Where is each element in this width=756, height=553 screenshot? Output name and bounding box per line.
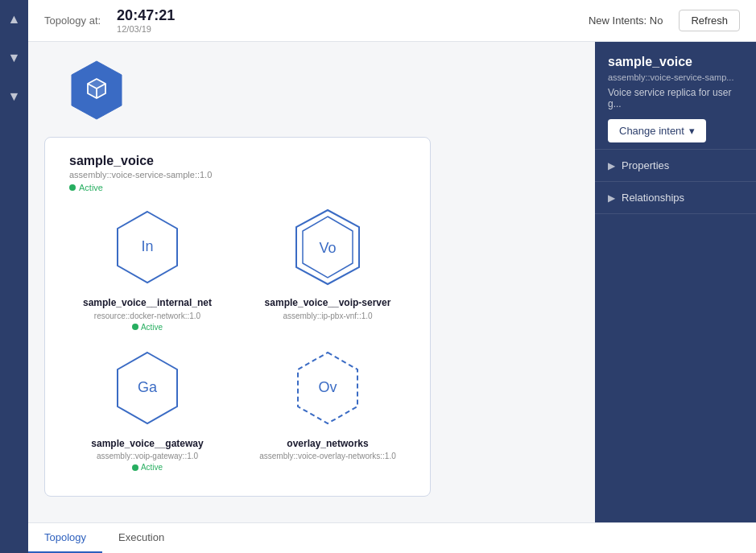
child-hexagon-2: Ga	[111, 348, 184, 428]
children-grid: In sample_voice__internal_net resource::…	[69, 207, 406, 472]
child-type-2: assembly::voip-gateway::1.0	[97, 452, 198, 460]
right-panel: sample_voice assembly::voice-service-sam…	[595, 42, 756, 522]
topology-label: Topology at:	[44, 14, 101, 27]
child-hexagon-3: Ov	[291, 348, 364, 428]
new-intents-label: New Intents: No	[589, 14, 663, 27]
child-name-1: sample_voice__voip-server	[265, 297, 391, 310]
bottom-tabs: Topology Execution	[28, 522, 756, 553]
left-sidebar: ▲ ▼ ▼	[0, 0, 28, 553]
child-name-2: sample_voice__gateway	[91, 438, 203, 451]
child-hex-1: Vo	[291, 207, 364, 291]
change-intent-button[interactable]: Change intent ▾	[608, 119, 706, 142]
svg-text:Ga: Ga	[138, 379, 158, 395]
tab-execution[interactable]: Execution	[102, 523, 180, 553]
main-node-hex-container	[68, 58, 125, 122]
change-intent-chevron: ▾	[689, 125, 695, 137]
child-name-3: overlay_networks	[287, 438, 368, 451]
relationships-section[interactable]: ▶ Relationships	[595, 182, 756, 214]
svg-text:Ov: Ov	[318, 379, 337, 395]
child-hexagon-0: In	[111, 207, 184, 287]
rp-subtitle: assembly::voice-service-samp...	[608, 72, 743, 82]
sidebar-down-icon-1[interactable]: ▼	[3, 47, 26, 69]
assembly-card: sample_voice assembly::voice-service-sam…	[44, 137, 431, 497]
svg-text:Vo: Vo	[319, 240, 336, 256]
node-status: Active	[69, 183, 103, 192]
child-hexagon-1: Vo	[291, 207, 364, 287]
tab-topology[interactable]: Topology	[28, 523, 102, 553]
child-status-text-2: Active	[141, 463, 163, 472]
change-intent-label: Change intent	[619, 125, 684, 137]
topology-canvas: sample_voice assembly::voice-service-sam…	[28, 42, 595, 522]
child-hex-2: Ga	[111, 348, 184, 431]
child-type-0: resource::docker-network::1.0	[94, 312, 200, 320]
child-node-2[interactable]: Ga sample_voice__gateway assembly::voip-…	[69, 348, 225, 473]
topbar: Topology at: 20:47:21 12/03/19 New Inten…	[28, 0, 756, 42]
node-type: assembly::voice-service-sample::1.0	[69, 170, 406, 180]
child-hex-0: In	[111, 207, 184, 291]
properties-label: Properties	[622, 159, 669, 171]
child-hex-3: Ov	[291, 348, 364, 431]
child-type-3: assembly::voice-overlay-networks::1.0	[259, 452, 396, 460]
date-display: 12/03/19	[117, 24, 175, 34]
time-display: 20:47:21	[117, 7, 175, 25]
sidebar-down-icon-2[interactable]: ▼	[3, 85, 26, 108]
relationships-chevron-icon: ▶	[608, 192, 615, 204]
child-status-dot-0	[132, 324, 138, 330]
child-status-text-0: Active	[141, 323, 163, 332]
child-name-0: sample_voice__internal_net	[83, 297, 212, 310]
child-node-0[interactable]: In sample_voice__internal_net resource::…	[69, 207, 225, 332]
sidebar-up-icon[interactable]: ▲	[3, 8, 26, 31]
child-node-1[interactable]: Vo sample_voice__voip-server assembly::i…	[250, 207, 406, 332]
content-row: sample_voice assembly::voice-service-sam…	[28, 42, 756, 522]
node-status-text: Active	[79, 183, 103, 192]
rp-description: Voice service replica for user g...	[608, 87, 743, 109]
refresh-button[interactable]: Refresh	[679, 10, 740, 31]
properties-chevron-icon: ▶	[608, 160, 615, 171]
child-node-3[interactable]: Ov overlay_networks assembly::voice-over…	[250, 348, 406, 473]
tab-execution-label: Execution	[118, 531, 164, 543]
relationships-label: Relationships	[622, 192, 684, 204]
main-content: Topology at: 20:47:21 12/03/19 New Inten…	[28, 0, 756, 553]
svg-text:In: In	[141, 238, 153, 254]
node-header-info: sample_voice assembly::voice-service-sam…	[69, 154, 406, 194]
child-status-0: Active	[132, 323, 163, 332]
child-status-2: Active	[132, 463, 163, 472]
status-dot-main	[69, 184, 76, 191]
child-status-dot-2	[132, 464, 138, 471]
main-node-hexagon	[68, 58, 125, 122]
properties-section[interactable]: ▶ Properties	[595, 150, 756, 182]
tab-topology-label: Topology	[44, 531, 86, 543]
main-node-header	[44, 58, 579, 129]
topology-time: 20:47:21 12/03/19	[117, 7, 175, 35]
right-panel-header: sample_voice assembly::voice-service-sam…	[595, 42, 756, 150]
node-name: sample_voice	[69, 154, 406, 168]
child-type-1: assembly::ip-pbx-vnf::1.0	[283, 312, 372, 320]
rp-title: sample_voice	[608, 55, 743, 69]
